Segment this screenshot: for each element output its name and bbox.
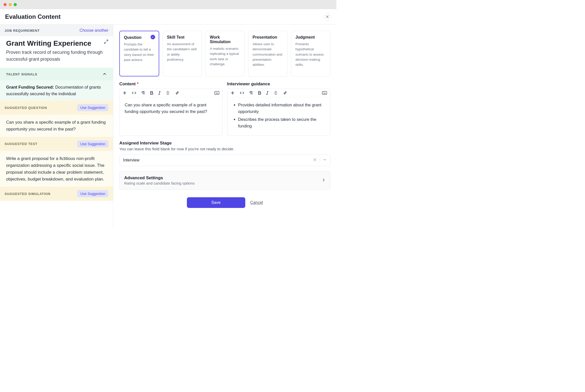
talent-signals-body: Grant Funding Secured: Documentation of … [0,80,113,101]
suggested-test-body: Write a grant proposal for a fictitious … [0,151,113,187]
required-star-icon: * [137,81,139,86]
window-minimize-dot[interactable] [9,3,12,6]
guidance-label: Interviewer guidance [227,81,331,87]
content-textarea[interactable]: Can you share a specific example of a gr… [120,97,222,135]
suggested-simulation-header: SUGGESTED SIMULATION Use Suggestion [0,187,113,201]
type-cards: ✓ Question Prompts the candidate to tell… [119,31,330,76]
job-desc: Proven track record of securing funding … [6,49,107,63]
bold-icon[interactable] [150,91,153,95]
content-editor: Can you share a specific example of a gr… [119,89,223,136]
suggested-test-header: SUGGESTED TEST Use Suggestion [0,137,113,151]
link-icon[interactable] [175,91,180,95]
link-icon[interactable] [283,91,287,95]
type-title: Judgment [295,35,326,40]
type-desc: A realistic scenario replicating a typic… [210,46,240,67]
talent-signals-label: TALENT SIGNALS [6,72,37,76]
body: JOB REQUIREMENT Choose another Grant Wri… [0,25,336,227]
paragraph-icon[interactable] [249,91,253,95]
use-suggestion-test-button[interactable]: Use Suggestion [77,140,108,148]
chevron-down-icon[interactable] [323,158,327,162]
suggested-simulation-label: SUGGESTED SIMULATION [5,192,51,196]
window-close-dot[interactable] [4,3,7,6]
type-desc: Presents hypothetical scenario to assess… [295,42,326,67]
type-card-work-simulation[interactable]: Work Simulation A realistic scenario rep… [205,31,245,76]
strikethrough-icon[interactable] [166,91,170,95]
guidance-toolbar [228,89,330,97]
check-icon: ✓ [151,35,155,39]
content-toolbar [120,89,222,97]
plus-icon[interactable] [123,91,127,95]
suggested-question-body: Can you share a specific example of a gr… [0,115,113,137]
type-title: Skill Test [167,35,198,40]
italic-icon[interactable] [266,91,269,95]
talent-signals-header[interactable]: TALENT SIGNALS [0,68,113,80]
guidance-textarea[interactable]: Provides detailed information about the … [228,97,330,135]
guidance-item: Provides detailed information about the … [238,102,325,115]
page-header: Evaluation Content [0,9,336,25]
job-title: Grant Writing Experience [6,39,107,47]
content-label-text: Content [119,81,136,86]
keyboard-icon[interactable] [214,91,219,95]
job-requirement-label: JOB REQUIREMENT [5,29,40,32]
strikethrough-icon[interactable] [274,91,278,95]
chevron-up-icon [102,72,107,76]
type-card-presentation[interactable]: Presentation Allows user to demonstrate … [248,31,288,76]
type-title: Question [124,35,155,40]
code-icon[interactable] [240,91,244,95]
advanced-settings[interactable]: Advanced Settings Rating scale and candi… [119,171,330,190]
sidebar: JOB REQUIREMENT Choose another Grant Wri… [0,25,113,227]
bold-icon[interactable] [258,91,261,95]
advanced-text: Advanced Settings Rating scale and candi… [124,175,195,185]
close-icon [326,15,329,19]
type-desc: Prompts the candidate to tell a story ba… [124,42,155,62]
use-suggestion-question-button[interactable]: Use Suggestion [77,104,108,111]
svg-rect-0 [215,91,219,94]
titlebar [0,0,336,9]
talent-signal-title: Grant Funding Secured: [6,85,54,89]
suggested-test-label: SUGGESTED TEST [5,142,37,146]
cancel-link[interactable]: Cancel [250,197,263,208]
choose-another-link[interactable]: Choose another [79,28,108,33]
advanced-hint: Rating scale and candidate facing option… [124,181,195,185]
type-card-question[interactable]: ✓ Question Prompts the candidate to tell… [119,31,159,76]
plus-icon[interactable] [231,91,235,95]
guidance-editor: Provides detailed information about the … [227,89,331,136]
advanced-title: Advanced Settings [124,175,195,181]
code-icon[interactable] [132,91,136,95]
type-title: Work Simulation [210,35,240,44]
page-title: Evaluation Content [5,13,61,20]
content-editor-col: Content * [119,81,223,136]
use-suggestion-simulation-button[interactable]: Use Suggestion [77,190,108,197]
footer-actions: Save Cancel [119,195,330,208]
clear-icon[interactable] [313,158,317,162]
suggested-question-label: SUGGESTED QUESTION [5,106,47,110]
type-card-judgment[interactable]: Judgment Presents hypothetical scenario … [291,31,330,76]
divider [320,158,320,163]
stage-hint: You can leave this field blank for now i… [119,147,330,151]
type-title: Presentation [253,35,283,40]
editor-row: Content * [119,81,330,136]
app-window: Evaluation Content JOB REQUIREMENT Choos… [0,0,336,227]
job-requirement-header: JOB REQUIREMENT Choose another [0,25,113,36]
stage-title: Assigned Interview Stage [119,141,330,146]
svg-rect-1 [322,91,327,94]
stage-select-controls [313,158,327,163]
stage-select[interactable]: Interview [119,154,330,166]
type-card-skill-test[interactable]: Skill Test An assessment of the candidat… [163,31,202,76]
chevron-right-icon [321,178,326,183]
italic-icon[interactable] [158,91,161,95]
stage-value: Interview [123,158,139,162]
keyboard-icon[interactable] [322,91,327,95]
save-button[interactable]: Save [187,197,245,208]
guidance-editor-col: Interviewer guidance [227,81,331,136]
paragraph-icon[interactable] [141,91,145,95]
window-maximize-dot[interactable] [14,3,17,6]
guidance-item: Describes the process taken to secure th… [238,116,325,129]
content-label: Content * [119,81,223,87]
main-panel: ✓ Question Prompts the candidate to tell… [113,25,336,227]
type-desc: An assessment of the candidate's skill o… [167,42,198,62]
type-desc: Allows user to demonstrate communication… [253,42,283,67]
stage-section: Assigned Interview Stage You can leave t… [119,141,330,166]
close-button[interactable] [323,13,331,21]
expand-icon[interactable] [104,39,108,45]
